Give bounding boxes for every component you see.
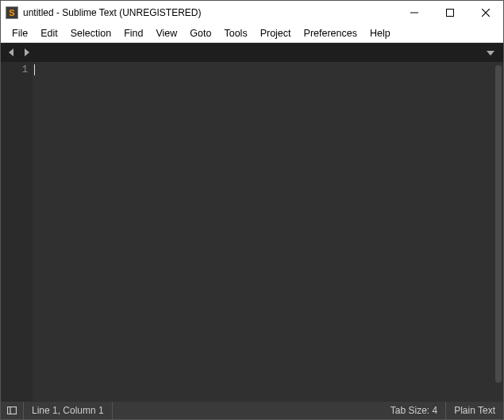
text-cursor: [34, 64, 35, 75]
svg-rect-1: [446, 10, 453, 17]
svg-marker-4: [9, 48, 13, 56]
window-title: untitled - Sublime Text (UNREGISTERED): [23, 7, 202, 18]
minimize-button[interactable]: [396, 1, 432, 25]
menu-help[interactable]: Help: [364, 26, 397, 40]
line-number: 1: [1, 64, 28, 75]
app-window: S untitled - Sublime Text (UNREGISTERED)…: [0, 0, 504, 420]
nav-forward-button[interactable]: [20, 46, 33, 59]
svg-marker-5: [25, 48, 29, 56]
title-bar: S untitled - Sublime Text (UNREGISTERED): [1, 1, 503, 25]
menu-goto[interactable]: Goto: [183, 26, 217, 40]
menu-tools[interactable]: Tools: [217, 26, 253, 40]
status-tab-size[interactable]: Tab Size: 4: [383, 402, 446, 419]
menu-selection[interactable]: Selection: [64, 26, 117, 40]
nav-strip: [1, 43, 503, 62]
nav-back-button[interactable]: [6, 46, 18, 59]
menu-find[interactable]: Find: [117, 26, 149, 40]
status-syntax[interactable]: Plain Text: [446, 402, 503, 419]
app-icon-letter: S: [9, 9, 14, 17]
editor-area: 1: [1, 62, 503, 402]
menu-file[interactable]: File: [6, 26, 34, 40]
maximize-button[interactable]: [432, 1, 467, 25]
menu-view[interactable]: View: [149, 26, 183, 40]
vertical-scrollbar[interactable]: [495, 65, 502, 383]
status-position[interactable]: Line 1, Column 1: [24, 402, 113, 419]
app-icon: S: [6, 6, 18, 19]
code-editor[interactable]: [33, 62, 503, 402]
svg-rect-7: [8, 407, 17, 414]
close-button[interactable]: [467, 1, 503, 25]
menu-project[interactable]: Project: [254, 26, 298, 40]
menu-preferences[interactable]: Preferences: [298, 26, 364, 40]
menu-edit[interactable]: Edit: [34, 26, 64, 40]
status-bar: Line 1, Column 1 Tab Size: 4 Plain Text: [1, 402, 503, 419]
panel-switcher-icon[interactable]: [1, 402, 24, 419]
svg-marker-6: [487, 51, 494, 56]
window-controls: [396, 1, 503, 25]
menu-bar: File Edit Selection Find View Goto Tools…: [1, 25, 503, 43]
nav-menu-button[interactable]: [484, 46, 497, 59]
line-gutter: 1: [1, 62, 33, 402]
